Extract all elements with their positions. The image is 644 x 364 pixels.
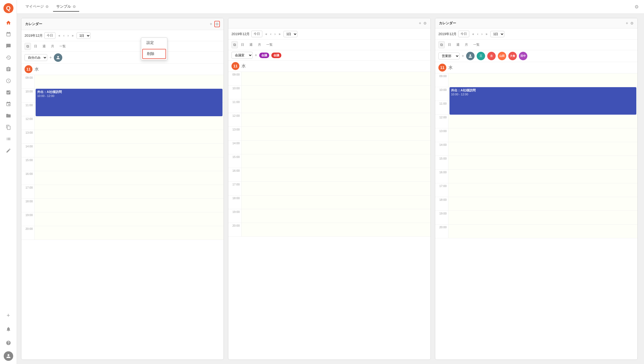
- panel1-nav-last[interactable]: »: [70, 33, 75, 38]
- panel1-user-avatar: [54, 53, 62, 62]
- panel2-resource-add[interactable]: +: [255, 53, 257, 58]
- panel1-nav-first[interactable]: «: [57, 33, 61, 38]
- panel2-nav-prev[interactable]: ‹: [269, 32, 273, 36]
- panel3-tab-week[interactable]: 週: [454, 41, 462, 48]
- p2-time-row-1100: 11:00: [228, 99, 430, 113]
- p2-time-row-1500: 15:00: [228, 154, 430, 168]
- panel3-event-1-title: 外出：A社様訪問: [451, 88, 635, 93]
- sidebar-icon-history[interactable]: [3, 52, 14, 63]
- panel2-gear-btn[interactable]: ⚙: [423, 21, 427, 25]
- panel2-tab-week[interactable]: 週: [247, 41, 255, 48]
- panel3-avatar-6: 田中: [519, 52, 527, 60]
- panel3-add-btn[interactable]: +: [626, 21, 628, 26]
- p2-time-row-1400: 14:00: [228, 141, 430, 154]
- panel1-tab-week[interactable]: 週: [40, 43, 48, 50]
- sidebar-avatar[interactable]: [4, 351, 13, 361]
- sidebar-icon-chat[interactable]: [3, 41, 14, 51]
- panel2-tag-1[interactable]: 会議: [259, 53, 269, 58]
- panel1-resource-select[interactable]: 自分のみ: [25, 54, 47, 61]
- panel1-nav-next[interactable]: ›: [66, 33, 70, 38]
- panel1-tab-month[interactable]: 月: [49, 43, 56, 50]
- p3-time-row-1900: 19:00: [435, 211, 637, 225]
- panel1-event-1-time: 10:00 - 12:00: [37, 94, 221, 97]
- panel3-gear-btn[interactable]: ⚙: [630, 21, 634, 25]
- panel3-resource-select[interactable]: 営業部: [438, 53, 460, 59]
- panel3-nav-prev[interactable]: ‹: [476, 32, 480, 36]
- sidebar-icon-list[interactable]: [3, 134, 14, 144]
- sidebar-icon-org[interactable]: [3, 99, 14, 109]
- panel3-tab-month[interactable]: 月: [463, 41, 470, 48]
- panel1-nav: « ‹ › »: [57, 33, 75, 38]
- p3-time-row-1500: 15:00: [435, 156, 637, 170]
- panel2-nav-next[interactable]: ›: [273, 32, 277, 36]
- sidebar-icon-bell[interactable]: [3, 324, 14, 334]
- panel3-today-btn[interactable]: 今日: [458, 31, 469, 37]
- panel1-event-1[interactable]: 外出：A社様訪問 10:00 - 12:00: [36, 89, 222, 116]
- dropdown-delete-item[interactable]: 削除: [142, 49, 166, 59]
- panel1-grid[interactable]: 09:00 10:00 外出：A社様訪問 10:00 - 12:00 11:00: [21, 75, 224, 360]
- panel3-nav-last[interactable]: »: [484, 32, 489, 36]
- sidebar-icon-add[interactable]: +: [3, 310, 14, 321]
- sidebar-icon-folder[interactable]: [3, 110, 14, 121]
- panel3-avatar-2: 三: [477, 52, 485, 60]
- panel3-tab-list[interactable]: 一覧: [471, 41, 482, 48]
- panel2-tab-month[interactable]: 月: [256, 41, 263, 48]
- panel3-grid[interactable]: 09:00 10:00 外出：A社様訪問 10:00 - 12:00 11:00: [435, 73, 637, 360]
- p3-time-row-1400: 14:00: [435, 142, 637, 156]
- sidebar-icon-check[interactable]: [3, 87, 14, 98]
- panel2-today-btn[interactable]: 今日: [251, 31, 262, 37]
- panel3-nav-next[interactable]: ›: [480, 32, 484, 36]
- sidebar-icon-edit[interactable]: [3, 145, 14, 156]
- sidebar-icon-copy[interactable]: [3, 122, 14, 133]
- app-logo[interactable]: Q: [3, 3, 13, 13]
- time-row-1300: 13:00: [21, 130, 224, 144]
- time-row-1600: 16:00: [21, 171, 224, 185]
- p2-time-row-1200: 12:00: [228, 113, 430, 127]
- panel1-today-btn[interactable]: 今日: [44, 32, 55, 39]
- panel2-tag-2[interactable]: 会議: [271, 53, 281, 58]
- panel2-copy-tab[interactable]: ⧉: [231, 41, 238, 48]
- panel2-tab-list[interactable]: 一覧: [264, 41, 275, 48]
- panel3-resource-add[interactable]: +: [462, 54, 464, 58]
- panel1-resource-add[interactable]: +: [49, 55, 52, 60]
- p2-time-row-1800: 18:00: [228, 195, 430, 209]
- sidebar-icon-help[interactable]: [3, 338, 14, 348]
- p3-time-row-1700: 17:00: [435, 183, 637, 197]
- panel3-view-select[interactable]: 1日: [490, 31, 504, 37]
- panel1-header: カレンダー + ⚙: [21, 18, 224, 30]
- sidebar-icon-clipboard[interactable]: [3, 64, 14, 74]
- panel1-gear-btn[interactable]: ⚙: [214, 21, 220, 27]
- panel2-resource-select[interactable]: 会議室: [231, 52, 253, 59]
- panel2-tab-day[interactable]: 日: [239, 41, 246, 48]
- panel3-tab-day[interactable]: 日: [446, 41, 453, 48]
- time-row-2000: 20:00: [21, 226, 224, 240]
- topnav-sample-gear[interactable]: ⚙: [73, 4, 76, 9]
- topnav-settings-gear[interactable]: ⚙: [634, 4, 639, 10]
- topnav-item-sample[interactable]: サンプル ⚙: [53, 2, 79, 12]
- panel2-add-btn[interactable]: +: [419, 21, 421, 26]
- panel1-tab-day[interactable]: 日: [32, 43, 39, 50]
- topnav-item-mypage[interactable]: マイページ ⚙: [22, 2, 52, 12]
- sidebar-icon-clock[interactable]: [3, 76, 14, 86]
- panel2-nav-first[interactable]: «: [264, 32, 268, 36]
- dropdown-settings-label: 設定: [146, 40, 154, 45]
- panel1-nav-prev[interactable]: ‹: [62, 33, 66, 38]
- topnav-mypage-gear[interactable]: ⚙: [45, 4, 49, 9]
- panel2-nav-last[interactable]: »: [277, 32, 282, 36]
- panel3-copy-tab[interactable]: ⧉: [438, 41, 445, 48]
- sidebar-icon-calendar[interactable]: [3, 29, 14, 40]
- content-area: カレンダー + ⚙ 2019年12月 今日 « ‹ › » 1日 週: [17, 14, 644, 364]
- panel3-day-label: 水: [448, 65, 453, 71]
- panel2-grid[interactable]: 09:00 10:00 11:00 12:00 13:00: [228, 72, 430, 360]
- panel1-day-badge: 11: [25, 65, 32, 73]
- panel3-event-1[interactable]: 外出：A社様訪問 10:00 - 12:00: [449, 87, 636, 115]
- dropdown-settings-item[interactable]: 設定: [141, 38, 167, 48]
- panel3-nav: « ‹ › »: [471, 32, 489, 36]
- sidebar-icon-home[interactable]: [3, 17, 14, 28]
- panel1-copy-tab[interactable]: ⧉: [25, 43, 31, 50]
- panel1-add-btn[interactable]: +: [210, 22, 212, 26]
- panel1-view-select[interactable]: 1日 週 月: [77, 32, 91, 39]
- panel1-tab-list[interactable]: 一覧: [57, 43, 68, 50]
- panel3-nav-first[interactable]: «: [471, 32, 475, 36]
- panel2-view-select[interactable]: 1日: [283, 31, 297, 37]
